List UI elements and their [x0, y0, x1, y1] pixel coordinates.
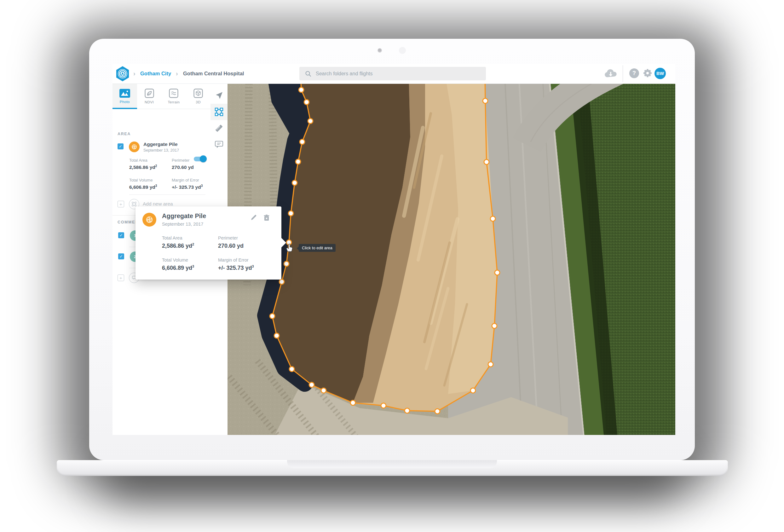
polygon-vertex-handle[interactable]: [488, 362, 493, 367]
polygon-vertex-handle[interactable]: [492, 324, 497, 328]
settings-button[interactable]: [643, 68, 652, 79]
help-icon: ?: [633, 70, 636, 77]
stat-total-area: Total Area 2,586.86 yd2: [129, 158, 172, 170]
polygon-vertex-handle[interactable]: [381, 403, 386, 408]
stat-label: Total Volume: [162, 257, 218, 262]
popup-title: Aggregate Pile: [162, 213, 206, 220]
laptop-mic-dot: [399, 47, 406, 54]
breadcrumb-chevron-icon: ›: [176, 70, 178, 77]
stat-margin-of-error: Margin of Error +/- 325.73 yd3: [218, 257, 275, 271]
search-input[interactable]: [315, 71, 474, 77]
pan-tool-button[interactable]: [211, 87, 227, 104]
stat-value: 270.60 yd: [218, 243, 244, 249]
polygon-vertex-handle[interactable]: [274, 333, 279, 338]
polygon-vertex-handle[interactable]: [471, 388, 476, 393]
polygon-vertex-handle[interactable]: [495, 270, 500, 275]
delete-area-button[interactable]: [263, 214, 270, 223]
stat-label: Total Area: [162, 235, 218, 241]
area-stats: Total Area 2,586.86 yd2 Perimeter 270.60…: [129, 158, 206, 190]
area-item-date: September 13, 2017: [143, 148, 179, 152]
area-item-title[interactable]: Aggergate Pile: [143, 141, 178, 147]
polygon-vertex-handle[interactable]: [284, 261, 289, 266]
map-viewport[interactable]: Click to edit area: [227, 84, 675, 435]
polygon-vertex-handle[interactable]: [484, 160, 489, 165]
app-logo[interactable]: [116, 66, 130, 82]
stat-perimeter: Perimeter 270.60 yd: [172, 158, 206, 170]
polygon-vertex-handle[interactable]: [289, 367, 294, 371]
polygon-vertex-handle[interactable]: [435, 409, 440, 414]
laptop-bezel: › Gotham City › Gotham Central Hospital: [89, 39, 695, 460]
polygon-vertex-handle[interactable]: [270, 314, 275, 319]
laptop-base: [57, 460, 728, 476]
stat-label: Perimeter: [218, 235, 275, 241]
polygon-mini-icon: [132, 202, 136, 206]
polygon-vertex-handle[interactable]: [300, 139, 305, 144]
area-details-popup: Aggregate Pile September 13, 2017 Total …: [136, 206, 281, 280]
cloud-download-icon: [604, 69, 618, 79]
stat-value: 6,606.89 yd: [162, 265, 192, 271]
drone-logo-icon: [116, 66, 130, 82]
photo-icon: [119, 89, 130, 98]
polygon-vertex-handle[interactable]: [304, 100, 309, 105]
popup-badge: [142, 213, 156, 227]
plus-icon: +: [117, 201, 124, 207]
polygon-vertex-handle[interactable]: [309, 382, 314, 387]
edit-area-button[interactable]: [250, 214, 257, 222]
polygon-vertex-handle[interactable]: [321, 388, 326, 393]
polygon-vertex-handle[interactable]: [288, 211, 293, 216]
tab-photo-label: Photo: [120, 100, 130, 104]
stat-label: Total Area: [129, 158, 172, 163]
polygon-vertex-handle[interactable]: [308, 118, 313, 123]
tab-ndvi[interactable]: NDVI: [137, 84, 162, 109]
stat-label: Total Volume: [129, 178, 172, 183]
area-section-header: AREA: [117, 131, 131, 137]
stat-perimeter: Perimeter 270.60 yd: [218, 235, 275, 249]
popup-date: September 13, 2017: [162, 222, 203, 227]
area-tool-button[interactable]: [211, 104, 227, 120]
tab-terrain[interactable]: Terrain: [162, 84, 186, 109]
popup-stats: Total Area 2,586.86 yd2 Perimeter 270.60…: [162, 235, 275, 271]
breadcrumb-folder-link[interactable]: Gotham City: [140, 71, 171, 77]
add-new-area-label: Add new area: [143, 201, 173, 207]
polygon-vertex-handle[interactable]: [483, 98, 488, 103]
tab-ndvi-label: NDVI: [145, 100, 154, 104]
stat-value: +/- 325.73 yd: [172, 185, 201, 190]
user-avatar[interactable]: BW: [654, 68, 666, 79]
stat-label: Margin of Error: [218, 257, 275, 262]
terrain-waves-icon: [169, 89, 178, 98]
stat-total-volume: Total Volume 6,606.89 yd3: [129, 178, 172, 190]
stat-value: +/- 325.73 yd: [218, 265, 252, 271]
polygon-vertex-handle[interactable]: [490, 216, 495, 221]
comment-1-checkbox[interactable]: ✓: [118, 232, 124, 238]
polygon-vertex-handle[interactable]: [279, 279, 284, 284]
breadcrumb-current-page: Gotham Central Hospital: [183, 71, 244, 77]
polygon-vertex-handle[interactable]: [296, 159, 301, 164]
pile-palette-icon: [131, 144, 137, 150]
pile-palette-icon: [145, 216, 153, 224]
tab-3d-label: 3D: [196, 100, 201, 104]
search-icon: [305, 71, 311, 77]
app-screen: › Gotham City › Gotham Central Hospital: [112, 64, 675, 435]
cube-3d-icon: [194, 89, 203, 98]
tab-photo[interactable]: Photo: [112, 84, 137, 109]
stat-label: Perimeter: [172, 158, 206, 163]
gear-icon: [643, 68, 652, 78]
comment-2-checkbox[interactable]: ✓: [118, 253, 124, 259]
polygon-vertex-handle[interactable]: [292, 180, 297, 185]
polygon-select-icon: [215, 108, 223, 116]
stat-value: 270.60 yd: [172, 165, 194, 170]
help-button[interactable]: ?: [629, 68, 639, 78]
polygon-vertex-handle[interactable]: [299, 87, 304, 92]
polygon-vertex-handle[interactable]: [404, 408, 410, 413]
add-comment-button[interactable]: +: [117, 275, 124, 281]
measure-tool-button[interactable]: [211, 120, 227, 137]
pencil-icon: [250, 214, 257, 221]
tab-3d[interactable]: 3D: [186, 84, 211, 109]
stat-value: 6,606.89 yd: [129, 185, 156, 190]
search-bar[interactable]: [299, 67, 486, 80]
cursor-hand-icon: [286, 244, 293, 253]
export-button[interactable]: [604, 69, 618, 80]
area-item-checkbox[interactable]: ✓: [117, 143, 123, 149]
comment-tool-button[interactable]: [211, 137, 227, 153]
polygon-vertex-handle[interactable]: [351, 400, 356, 405]
